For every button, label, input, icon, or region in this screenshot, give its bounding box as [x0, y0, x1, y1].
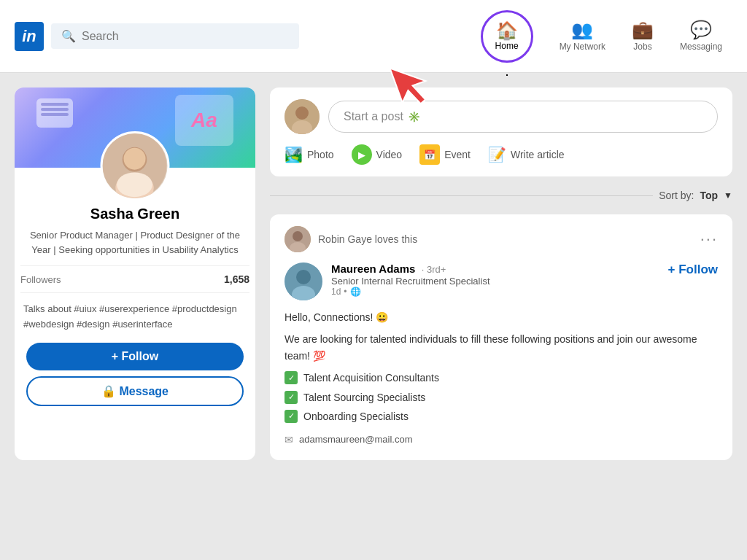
article-label: Write article	[511, 149, 565, 160]
photo-icon: 🏞️	[285, 146, 303, 163]
article-icon: 📝	[488, 146, 506, 163]
feed-post-header: Maureen Adams · 3rd+ Senior Internal Rec…	[285, 262, 718, 300]
post-avatar	[285, 99, 320, 134]
post-input-placeholder: Start a post	[344, 110, 403, 123]
nav-network[interactable]: 👥 My Network	[549, 15, 616, 58]
banner-ui-decoration	[36, 98, 73, 128]
avatar-wrapper	[101, 131, 170, 201]
video-icon: ▶	[352, 144, 372, 165]
activity-avatar	[285, 226, 311, 252]
photo-action[interactable]: 🏞️ Photo	[285, 146, 334, 163]
home-icon: 🏠	[496, 22, 518, 39]
feed-poster-name: Maureen Adams · 3rd+	[331, 262, 659, 276]
nav-messaging[interactable]: 💬 Messaging	[670, 15, 732, 58]
search-input[interactable]	[82, 30, 289, 43]
profile-banner: Aa	[15, 88, 255, 168]
sort-bar: Sort by: Top ▼	[270, 187, 732, 204]
post-intro: We are looking for talented individuals …	[285, 331, 718, 364]
sort-arrow-icon[interactable]: ▼	[724, 190, 732, 201]
message-button[interactable]: 🔒 Message	[26, 376, 244, 406]
feed-poster-title: Senior Internal Recruitment Specialist	[331, 276, 659, 287]
feed-positions-list: ✓ Talent Acquisition Consultants ✓ Talen…	[285, 370, 718, 424]
nav-items: 🏠 Home 👥 My Network 💼 Jobs 💬 Messaging	[471, 4, 732, 69]
article-action[interactable]: 📝 Write article	[488, 146, 565, 163]
svg-point-4	[117, 172, 152, 197]
right-column: Start a post ✳️ 🏞️ Photo ▶	[270, 88, 732, 460]
event-label: Event	[444, 149, 471, 160]
email-icon: ✉	[285, 432, 293, 448]
post-input-row: Start a post ✳️	[285, 99, 718, 134]
feed-post-content: Hello, Connections! 😀 We are looking for…	[285, 309, 718, 448]
svg-point-10	[293, 231, 303, 241]
messaging-icon: 💬	[690, 21, 712, 39]
feed-email-row: ✉ adamsmaureen@mail.com	[285, 432, 718, 448]
feed-post-time: 1d • 🌐	[331, 287, 659, 297]
post-actions: 🏞️ Photo ▶ Video 📅 Event 📝 Write article	[285, 144, 718, 165]
jobs-icon: 💼	[632, 21, 654, 39]
avatar	[101, 131, 170, 201]
feed-follow-button[interactable]: + Follow	[668, 262, 718, 277]
position-item-3: ✓ Onboarding Specialists	[285, 408, 718, 424]
feed-poster-avatar	[285, 262, 322, 300]
feed-activity-text: Robin Gaye loves this	[318, 233, 693, 245]
position-label-1: Talent Acquisition Consultants	[303, 370, 439, 386]
header: in 🔍 🏠 Home 👥 My Network 💼 Jobs 💬 Messag…	[0, 0, 747, 73]
followers-label: Followers	[20, 274, 61, 285]
jobs-label: Jobs	[633, 42, 651, 52]
feed-post-info: Maureen Adams · 3rd+ Senior Internal Rec…	[331, 262, 659, 297]
followers-count: 1,658	[224, 273, 249, 285]
video-label: Video	[376, 149, 403, 160]
check-icon-2: ✓	[285, 391, 298, 404]
post-input-field[interactable]: Start a post ✳️	[328, 101, 718, 133]
svg-point-3	[124, 148, 146, 170]
sort-value: Top	[700, 190, 718, 201]
post-box: Start a post ✳️ 🏞️ Photo ▶	[270, 88, 732, 176]
linkedin-logo[interactable]: in	[15, 22, 44, 51]
profile-actions: + Follow 🔒 Message	[15, 343, 255, 406]
feed-activity-row: Robin Gaye loves this ···	[285, 226, 718, 252]
profile-title: Senior Product Manager | Product Designe…	[26, 228, 244, 257]
position-label-3: Onboarding Specialists	[303, 408, 409, 424]
nav-jobs[interactable]: 💼 Jobs	[622, 15, 664, 58]
main-content: Aa Sasha Green Senior Product Manager | …	[0, 73, 747, 475]
feed-more-button[interactable]: ···	[700, 230, 718, 249]
network-icon: 👥	[571, 21, 593, 39]
profile-name: Sasha Green	[26, 206, 244, 222]
spark-icon: ✳️	[408, 111, 420, 122]
video-action[interactable]: ▶ Video	[352, 144, 403, 165]
profile-tags: Talks about #uiux #userexperience #produ…	[15, 302, 255, 332]
home-label: Home	[495, 41, 519, 51]
sort-label: Sort by:	[659, 190, 694, 201]
photo-label: Photo	[307, 149, 334, 160]
network-label: My Network	[560, 42, 605, 52]
feed-email-address: adamsmaureen@mail.com	[299, 432, 413, 448]
nav-home[interactable]: 🏠 Home	[471, 4, 543, 69]
event-action[interactable]: 📅 Event	[419, 144, 471, 165]
post-greeting: Hello, Connections! 😀	[285, 309, 718, 325]
banner-text-decoration: Aa	[175, 95, 233, 146]
feed-card: Robin Gaye loves this ··· Maureen Adams …	[270, 214, 732, 460]
svg-point-13	[296, 270, 311, 284]
check-icon-3: ✓	[285, 410, 298, 423]
profile-stats: Followers 1,658	[20, 265, 249, 293]
position-label-2: Talent Sourcing Specialists	[303, 389, 425, 405]
check-icon-1: ✓	[285, 371, 298, 384]
search-bar[interactable]: 🔍	[51, 23, 299, 49]
position-item-1: ✓ Talent Acquisition Consultants	[285, 370, 718, 386]
search-icon: 🔍	[61, 29, 76, 43]
messaging-label: Messaging	[680, 42, 722, 52]
profile-card: Aa Sasha Green Senior Product Manager | …	[15, 88, 255, 460]
position-item-2: ✓ Talent Sourcing Specialists	[285, 389, 718, 405]
svg-point-6	[295, 106, 309, 120]
follow-button[interactable]: + Follow	[26, 343, 244, 370]
sort-divider	[270, 195, 653, 196]
globe-icon: 🌐	[350, 287, 361, 297]
event-icon: 📅	[419, 144, 440, 165]
